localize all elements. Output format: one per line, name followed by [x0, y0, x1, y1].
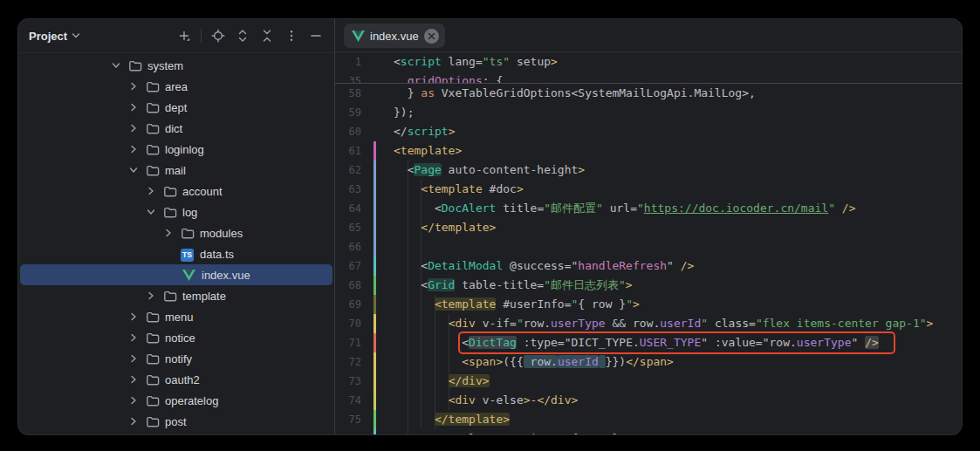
gutter-change-bar	[373, 180, 376, 199]
tree-row-mail[interactable]: mail	[18, 160, 334, 181]
line-number[interactable]: 63	[335, 180, 373, 199]
tree-row-notify[interactable]: notify	[18, 348, 334, 369]
line-number[interactable]: 66	[335, 237, 373, 256]
tree-row-system[interactable]: system	[18, 55, 334, 76]
code-line-67[interactable]: 67 <DetailModal @success="handleRefresh"…	[335, 256, 962, 276]
line-number[interactable]: 67	[335, 256, 373, 276]
tree-toggle[interactable]	[162, 227, 180, 239]
tree-toggle[interactable]	[110, 59, 127, 72]
code-line-74[interactable]: 74 <div v-else>-</div>	[335, 391, 962, 410]
tree-row-modules[interactable]: modules	[18, 222, 334, 243]
chevron-right-icon	[145, 185, 157, 197]
folder-icon	[146, 100, 160, 114]
code-line-1[interactable]: 1<script lang="ts" setup>	[335, 52, 962, 72]
code-line-73[interactable]: 73 </div>	[335, 372, 962, 391]
tree-row-loginlog[interactable]: loginlog	[18, 139, 334, 160]
code-line-61[interactable]: 61<template>	[335, 141, 962, 161]
locate-opened-file-button[interactable]	[209, 26, 228, 45]
line-number[interactable]: 72	[335, 352, 373, 372]
folder-icon	[163, 205, 177, 219]
tree-toggle[interactable]	[127, 331, 145, 344]
code-line-70[interactable]: 70 <div v-if="row.userType && row.userId…	[335, 314, 962, 333]
line-number[interactable]: 62	[335, 161, 373, 180]
tree-toggle[interactable]	[127, 143, 145, 155]
line-number[interactable]: 60	[335, 122, 373, 141]
code-line-60[interactable]: 60</script>	[335, 122, 962, 141]
expand-all-button[interactable]	[233, 26, 252, 45]
code-line-63[interactable]: 63 <template #doc>	[335, 180, 962, 199]
tree-row-index.vue[interactable]: index.vue	[20, 264, 332, 285]
line-number[interactable]: 59	[335, 103, 373, 122]
code-line-65[interactable]: 65 </template>	[335, 218, 962, 237]
tree-item-label: menu	[165, 311, 194, 324]
tree-toggle[interactable]	[127, 80, 145, 92]
line-number[interactable]: 69	[335, 295, 373, 314]
tree-toggle[interactable]	[127, 394, 145, 407]
tree-toggle[interactable]	[145, 185, 162, 197]
tree-toggle[interactable]	[127, 352, 145, 365]
tree-item-label: dict	[165, 122, 182, 135]
code-line-64[interactable]: 64 <DocAlert title="邮件配置" url="https://d…	[335, 199, 962, 218]
line-number[interactable]: 75	[335, 410, 373, 429]
tree-item-label: loginlog	[165, 143, 204, 156]
tree-row-oauth2[interactable]: oauth2	[18, 369, 334, 390]
line-number[interactable]: 1	[335, 52, 373, 72]
tree-row-data.ts[interactable]: TSdata.ts	[18, 243, 334, 264]
gutter-change-bar	[373, 314, 376, 333]
code-area[interactable]: 58 } as VxeTableGridOptions<SystemMailLo…	[335, 84, 962, 434]
line-number[interactable]: 74	[335, 391, 373, 410]
code-line-62[interactable]: 62 <Page auto-content-height>	[335, 161, 962, 180]
line-number[interactable]: 64	[335, 199, 373, 218]
project-panel-header: Project	[18, 19, 334, 53]
line-number[interactable]: 71	[335, 333, 373, 352]
tree-toggle[interactable]	[127, 122, 145, 134]
tree-row-dict[interactable]: dict	[18, 118, 334, 139]
code-line-66[interactable]: 66	[335, 237, 962, 256]
tree-item-icon	[145, 121, 160, 135]
tree-row-menu[interactable]: menu	[18, 306, 334, 327]
tree-row-account[interactable]: account	[18, 181, 334, 202]
code-line-72[interactable]: 72 <span>({{ row.userId }})</span>	[335, 352, 962, 372]
tree-row-clipped[interactable]	[18, 432, 334, 434]
tab-index-vue[interactable]: index.vue	[344, 24, 445, 48]
code-line-59[interactable]: 59});	[335, 103, 962, 122]
tree-row-post[interactable]: post	[18, 411, 334, 432]
tree-toggle[interactable]	[145, 206, 162, 218]
line-number[interactable]: 35	[335, 72, 373, 84]
code-line-69[interactable]: 69 <template #userInfo="{ row }">	[335, 295, 962, 314]
tab-close-button[interactable]	[424, 29, 439, 44]
code-line-58[interactable]: 58 } as VxeTableGridOptions<SystemMailLo…	[335, 84, 962, 103]
line-number[interactable]: 68	[335, 276, 373, 295]
add-button[interactable]	[175, 26, 194, 45]
line-number[interactable]: 70	[335, 314, 373, 333]
chevron-right-icon	[127, 143, 140, 155]
tree-toggle[interactable]	[127, 373, 145, 386]
code-line-71[interactable]: 71 <DictTag :type="DICT_TYPE.USER_TYPE" …	[335, 333, 962, 352]
collapse-all-button[interactable]	[257, 26, 277, 45]
tree-row-area[interactable]: area	[18, 76, 334, 97]
tree-toggle[interactable]	[127, 311, 145, 323]
line-number[interactable]: 76	[335, 429, 373, 434]
tree-toggle[interactable]	[127, 415, 145, 427]
tree-toggle[interactable]	[127, 101, 145, 113]
tree-toggle[interactable]	[127, 164, 145, 176]
code-line-75[interactable]: 75 </template>	[335, 410, 962, 429]
code-line-35[interactable]: 35 gridOptions: {	[335, 72, 962, 84]
tree-row-template[interactable]: template	[18, 285, 334, 306]
line-number[interactable]: 58	[335, 84, 373, 103]
hide-panel-button[interactable]	[306, 26, 326, 45]
tree-row-operatelog[interactable]: operatelog	[18, 390, 334, 411]
line-number[interactable]: 65	[335, 218, 373, 237]
code-line-68[interactable]: 68 <Grid table-title="邮件日志列表">	[335, 276, 962, 295]
tree-row-dept[interactable]: dept	[18, 97, 334, 118]
project-view-switcher[interactable]: Project	[29, 30, 80, 43]
tree-toggle[interactable]	[145, 290, 162, 302]
tree-row-notice[interactable]: notice	[18, 327, 334, 348]
tree-row-log[interactable]: log	[18, 202, 334, 222]
code-line-76[interactable]: 76 <template #actions="{ row }">	[335, 429, 962, 434]
line-number[interactable]: 61	[335, 141, 373, 161]
more-options-button[interactable]	[282, 26, 301, 45]
hide-icon	[309, 29, 323, 43]
line-number[interactable]: 73	[335, 372, 373, 391]
tree-item-icon	[145, 163, 160, 177]
